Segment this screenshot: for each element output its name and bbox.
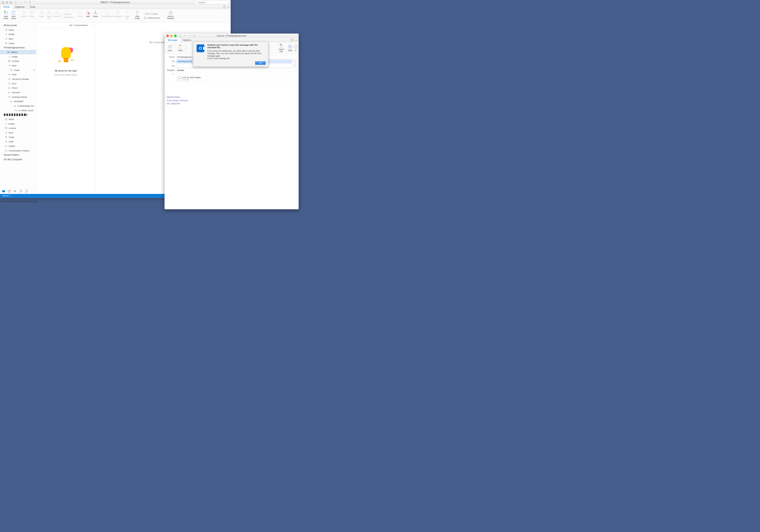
cut-icon[interactable] [185, 44, 187, 46]
attachment-chip[interactable]: PDF KAS 01-2018 redesi… 17.8 KB ⌄ [176, 76, 209, 81]
close-dot[interactable] [2, 1, 4, 4]
cc-addressbook-button[interactable] [293, 64, 297, 68]
undo-icon[interactable] [19, 1, 22, 4]
mail-nav-icon[interactable] [2, 190, 5, 193]
new-items-button[interactable]: New Items [10, 10, 17, 20]
search-input[interactable] [198, 1, 228, 4]
sidebar-folder-cec[interactable]: CEC [0, 81, 36, 86]
sidebar-trash-a1[interactable]: ›Trash2 [0, 68, 36, 72]
to-addressbook-button[interactable] [293, 60, 297, 64]
sidebar-folder-wordwell[interactable]: ⌄Wordwell [0, 99, 36, 104]
sidebar-account-printdesign[interactable]: ⌄Printdesignservices [0, 45, 36, 50]
pictures-button-clipped[interactable]: P [294, 44, 298, 52]
print-icon[interactable] [29, 1, 31, 4]
notes-nav-icon[interactable] [25, 190, 28, 193]
chevron-down-icon[interactable]: ⌄ [206, 78, 208, 79]
table-button[interactable]: Table [286, 44, 294, 52]
filter-email-button[interactable]: Filter Email [133, 10, 141, 20]
svg-rect-36 [26, 190, 27, 192]
tab-organize[interactable]: Organize [12, 5, 27, 9]
sidebar-folder-archaeology[interactable]: ⌄Archaeology Irel… [0, 104, 36, 108]
collapse-ribbon-icon[interactable] [296, 39, 297, 40]
compose-min-dot[interactable] [170, 34, 173, 37]
format-painter-icon[interactable] [185, 49, 187, 51]
compose-body-editor[interactable]: -- Niamh Power Print Design Services 087… [165, 82, 299, 209]
sidebar-a2-convo[interactable]: Conversation History [0, 148, 36, 153]
redo-icon[interactable] [188, 34, 191, 37]
print-icon[interactable] [193, 34, 196, 37]
save-icon[interactable] [15, 1, 17, 4]
sidebar-a2-junk[interactable]: Junk [0, 139, 36, 144]
sidebar-drafts[interactable]: Drafts [0, 32, 36, 37]
archive-icon [8, 60, 11, 63]
attach-file-button[interactable]: Attach File [276, 43, 286, 53]
pdf-icon: PDF [178, 76, 181, 80]
to-label: To: [166, 60, 175, 63]
help-icon[interactable]: ? [223, 6, 226, 8]
sidebar-folder-fionn[interactable]: Fionn [0, 86, 36, 90]
chevron-down-icon[interactable]: ⌄ [89, 24, 90, 26]
sidebar-folder-hosting[interactable]: Hosting Ireland [0, 95, 36, 99]
inbox-icon [5, 28, 8, 31]
ok-button[interactable]: OK [255, 61, 266, 65]
sidebar-a2-archive[interactable]: Archive [0, 126, 36, 130]
sidebar-junk-a1[interactable]: Junk [0, 72, 36, 77]
undo-icon[interactable] [184, 34, 186, 37]
sidebar-archive-a1[interactable]: Archive [0, 59, 36, 64]
search-box[interactable] [195, 1, 229, 4]
send-button[interactable]: Send [166, 44, 174, 52]
sidebar-a2-drafts[interactable]: Drafts [0, 121, 36, 126]
sidebar-folder-general[interactable]: General [0, 90, 36, 95]
tab-options[interactable]: Options [180, 38, 194, 42]
calendar-icon [61, 13, 63, 16]
tab-message[interactable]: Message [165, 38, 180, 42]
copy-icon[interactable] [185, 47, 187, 49]
sidebar-sent-a1[interactable]: Sent [0, 64, 36, 68]
tasks-nav-icon[interactable] [19, 190, 22, 193]
tab-home[interactable]: Home [1, 5, 12, 9]
folder-move-icon [78, 11, 82, 15]
junk-button[interactable]: Junk [84, 10, 92, 18]
drafts-icon [8, 55, 11, 58]
address-book-button[interactable]: Address Book [144, 17, 164, 19]
svg-rect-29 [5, 128, 7, 129]
compose-max-dot[interactable] [174, 34, 176, 37]
categorize-button: Categorize [113, 10, 123, 18]
find-contact-input[interactable] [144, 12, 163, 16]
sort-by-label[interactable]: By: Conversations [70, 24, 88, 26]
sidebar-sent[interactable]: Sent [0, 37, 36, 41]
sidebar-on-my-computer[interactable]: ›On My Computer [0, 157, 36, 162]
to-chip[interactable]: niamhapower@ [176, 60, 193, 63]
new-email-button[interactable]: New Email [2, 10, 10, 20]
arrow-down-icon[interactable]: ↓ [93, 24, 94, 26]
sidebar-smart-folders[interactable]: ›Smart Folders [0, 153, 36, 157]
compose-close-dot[interactable] [166, 34, 169, 37]
sidebar-trash[interactable]: Trash [0, 41, 36, 45]
help-icon[interactable]: ? [291, 39, 294, 42]
save-icon[interactable] [179, 34, 182, 37]
sidebar-drafts-a1[interactable]: Drafts [0, 54, 36, 59]
subject-field[interactable] [176, 68, 297, 72]
sidebar-inbox-selected[interactable]: ⌄INBOX [0, 50, 36, 55]
svg-rect-9 [30, 11, 33, 12]
people-nav-icon[interactable] [14, 190, 17, 193]
sidebar-folder-aiwinter[interactable]: AI Winter 2018 [0, 108, 36, 113]
sidebar-account-2[interactable]: ⌄ [0, 113, 36, 117]
redo-icon[interactable] [24, 1, 26, 4]
rules-button[interactable]: Rules [92, 10, 99, 18]
send-receive-button[interactable]: Send & Receive [167, 10, 174, 20]
sidebar-a2-inbox[interactable]: Inbox [0, 117, 36, 121]
max-dot[interactable] [10, 1, 12, 4]
collapse-ribbon-icon[interactable] [227, 7, 229, 8]
sidebar-a2-clutter[interactable]: Clutter [0, 144, 36, 148]
sidebar-a2-sent[interactable]: Sent [0, 130, 36, 135]
calendar-nav-icon[interactable] [8, 190, 11, 193]
paste-button[interactable]: Paste [176, 44, 184, 52]
sidebar-a2-trash[interactable]: Trash [0, 135, 36, 139]
inbox-active-icon [7, 51, 10, 53]
min-dot[interactable] [6, 1, 8, 4]
sidebar-inbox[interactable]: Inbox [0, 27, 36, 32]
sidebar-folder-abprint[interactable]: AB print & design [0, 77, 36, 81]
tab-tools[interactable]: Tools [27, 5, 38, 9]
sidebar-all-accounts[interactable]: ⌄All Accounts [0, 23, 36, 27]
